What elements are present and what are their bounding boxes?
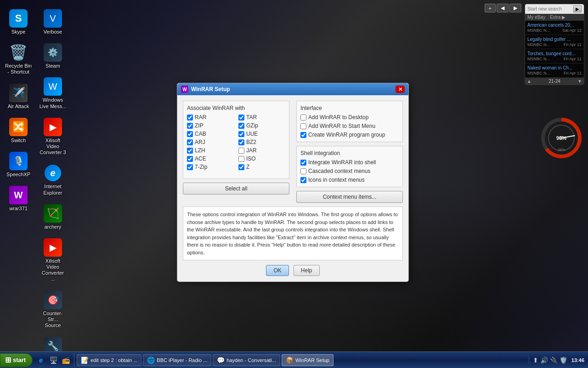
checkbox-7zip-input[interactable]	[187, 164, 193, 170]
checkbox-gzip-label: GZip	[246, 122, 258, 129]
checkbox-create-group-input[interactable]	[300, 132, 306, 138]
tray-icon-network[interactable]: 🔌	[550, 356, 558, 364]
checkbox-gzip-input[interactable]	[238, 123, 244, 129]
shell-section: Shell integration Integrate WinRAR into …	[296, 146, 403, 187]
checkbox-rar-input[interactable]	[187, 115, 193, 121]
icon-windows-live[interactable]: W Windows Live Mess...	[37, 75, 69, 111]
news-pagination: ▲ 21-24 ▼	[525, 78, 584, 85]
checkbox-icons-context-input[interactable]	[300, 177, 306, 183]
taskbar-clock[interactable]: 13:46	[569, 357, 584, 363]
news-tab-myebay[interactable]: My eBay	[525, 14, 548, 21]
news-date-1: Fri Apr 11	[564, 42, 582, 47]
checkbox-integrate-shell-label: Integrate WinRAR into shell	[308, 159, 376, 166]
tray-icon-security[interactable]: 🛡️	[560, 356, 567, 364]
taskbar-app-hayden-label: hayden - Conversati...	[226, 357, 276, 363]
news-item-0[interactable]: American cancels 20... MSNBC N... Sat Ap…	[525, 21, 584, 35]
icon-skype[interactable]: S Skype	[2, 7, 34, 37]
news-search-button[interactable]: ▶	[573, 6, 582, 12]
checkbox-arj-input[interactable]	[187, 139, 193, 145]
dialog-close-button[interactable]: ✕	[396, 86, 405, 93]
checkbox-add-desktop-label: Add WinRAR to Desktop	[308, 114, 368, 121]
nav-left-button[interactable]: ◀	[497, 4, 509, 12]
interface-section-title: Interface	[300, 105, 322, 111]
news-source-1: MSNBC N...	[527, 42, 550, 47]
clock-time: 13:46	[571, 357, 584, 363]
news-title-0: American cancels 20...	[527, 23, 582, 28]
ql-show-desktop-button[interactable]: 🖥️	[48, 355, 59, 366]
checkbox-lzh: LZH	[187, 147, 234, 154]
news-item-1[interactable]: Legally blind golfer ... MSNBC N... Fri …	[525, 35, 584, 49]
checkbox-cab: CAB	[187, 131, 234, 137]
icon-xilisoft-video[interactable]: ▶ Xilisoft Video Converter ...	[37, 236, 69, 285]
checkbox-uue-label: UUE	[246, 131, 258, 137]
start-button[interactable]: ⊞ start	[0, 353, 33, 367]
icon-steam[interactable]: ⚙️ Steam	[37, 41, 69, 71]
dialog-title-text: WinRAR Setup	[191, 86, 230, 92]
checkbox-add-desktop: Add WinRAR to Desktop	[300, 114, 399, 121]
checkbox-add-startmenu-input[interactable]	[300, 123, 306, 129]
checkbox-lzh-input[interactable]	[187, 148, 193, 154]
checkbox-tar-input[interactable]	[238, 115, 244, 121]
icon-counter-strike[interactable]: 🎯 Counter-Str... Source	[37, 288, 69, 331]
ql-media-button[interactable]: 📻	[60, 355, 71, 366]
nav-right-button[interactable]: ▶	[509, 4, 521, 12]
checkbox-cab-input[interactable]	[187, 131, 193, 137]
news-date-2: Fri Apr 11	[564, 57, 582, 61]
tray-icon-2[interactable]: 🔊	[540, 356, 548, 364]
news-tab-extra[interactable]: Extra ▶	[548, 14, 568, 21]
checkbox-7zip-label: 7-Zip	[195, 164, 207, 170]
icon-speechxp[interactable]: 🎙️ SpeechXP	[2, 150, 34, 180]
icon-ie[interactable]: e Internet Explorer	[37, 161, 69, 198]
checkbox-cab-label: CAB	[195, 131, 206, 137]
icon-xilisoft-label: Xilisoft Video Converter ...	[39, 258, 67, 282]
checkbox-cascaded-input[interactable]	[300, 168, 306, 174]
select-all-row: Select all	[183, 183, 289, 195]
news-item-3[interactable]: Naked woman in Ch... MSNBC N... Fri Apr …	[525, 63, 584, 78]
help-button[interactable]: Help	[294, 265, 320, 276]
ql-ie-button[interactable]: e	[35, 355, 46, 366]
checkbox-bz2-input[interactable]	[238, 139, 244, 145]
news-title-2: Torches, bungee cord...	[527, 51, 582, 57]
checkbox-zip-input[interactable]	[187, 123, 193, 129]
taskbar-app-bbc[interactable]: 🌐 BBC iPlayer - Radio ...	[143, 354, 211, 366]
news-search-input[interactable]	[527, 6, 573, 12]
icon-wrar371[interactable]: W wrar371	[2, 184, 34, 214]
news-item-2[interactable]: Torches, bungee cord... MSNBC N... Fri A…	[525, 49, 584, 63]
tray-icon-1[interactable]: ⬆	[533, 356, 538, 364]
checkbox-add-desktop-input[interactable]	[300, 115, 306, 121]
select-all-button[interactable]: Select all	[183, 183, 289, 195]
ok-button[interactable]: OK	[266, 265, 288, 276]
taskbar-app-hayden[interactable]: 💬 hayden - Conversati...	[213, 354, 280, 366]
taskbar-app-bbc-label: BBC iPlayer - Radio ...	[157, 357, 207, 363]
context-menu-items-button[interactable]: Context menu items...	[296, 191, 403, 203]
news-title-1: Legally blind golfer ...	[527, 37, 582, 42]
icon-switch-label: Switch	[11, 138, 26, 144]
interface-checkboxes: Add WinRAR to Desktop Add WinRAR to Star…	[300, 114, 399, 138]
checkbox-iso-input[interactable]	[238, 156, 244, 162]
checkbox-jar-input[interactable]	[238, 148, 244, 154]
taskbar-app-winrar[interactable]: 📦 WinRAR Setup	[282, 354, 334, 366]
icon-recycle-bin[interactable]: 🗑️ Recycle Bin - Shortcut	[2, 41, 34, 77]
news-source-3: MSNBC N...	[527, 71, 550, 75]
taskbar-app-edit-icon: 📝	[81, 356, 89, 364]
taskbar-app-edit[interactable]: 📝 edit step 2 : obtain ...	[77, 354, 141, 366]
news-next-button[interactable]: ▼	[577, 79, 582, 84]
checkbox-uue-input[interactable]	[238, 131, 244, 137]
icon-verbose[interactable]: V Verbose	[37, 7, 69, 37]
checkbox-zip-label: ZIP	[195, 122, 204, 129]
checkbox-jar-label: JAR	[246, 147, 257, 154]
icon-switch[interactable]: 🔀 Switch	[2, 115, 34, 146]
checkbox-z-input[interactable]	[238, 164, 244, 170]
checkbox-iso: ISO	[238, 155, 285, 162]
news-prev-button[interactable]: ▲	[527, 79, 531, 84]
icon-xilisoft-video-3[interactable]: ▶ Xilisoft Video Converter 3	[37, 115, 69, 158]
icon-air-attack[interactable]: ✈️ Air Attack	[2, 81, 34, 112]
nav-plus-button[interactable]: +	[485, 4, 496, 12]
checkbox-integrate-shell-input[interactable]	[300, 160, 306, 166]
checkbox-add-startmenu-label: Add WinRAR to Start Menu	[308, 123, 375, 129]
taskbar-quick-launch: e 🖥️ 📻	[33, 353, 74, 367]
icon-archery[interactable]: 🏹 archery	[37, 202, 69, 232]
checkbox-ace-input[interactable]	[187, 156, 193, 162]
checkbox-cascaded: Cascaded context menus	[300, 168, 399, 174]
checkbox-icons-context-label: Icons in context menus	[308, 177, 365, 183]
